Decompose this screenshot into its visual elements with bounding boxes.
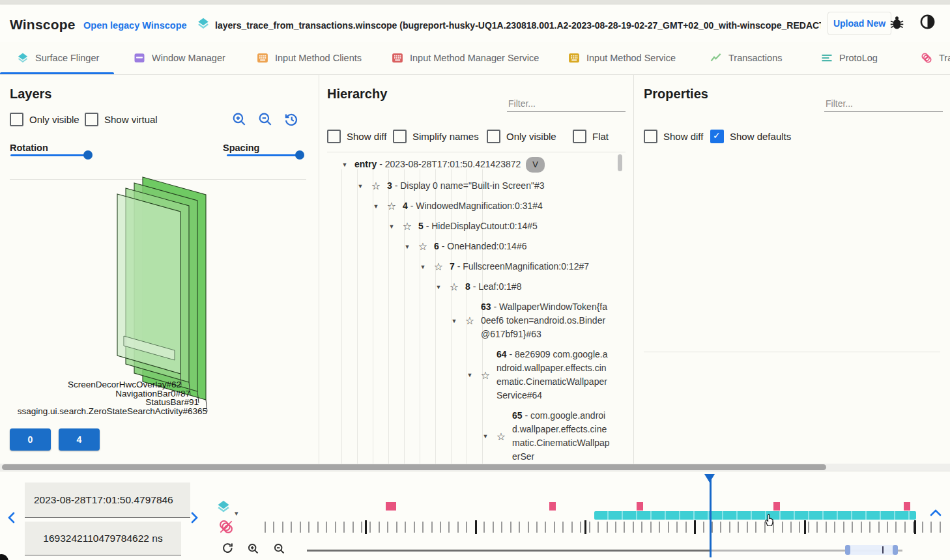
transition-marker[interactable] <box>773 502 780 511</box>
timeline-tick <box>668 522 669 533</box>
timeline-tick <box>501 522 502 533</box>
checkbox-show-diff-properties[interactable]: Show diff <box>644 130 703 143</box>
pin-star-icon[interactable]: ☆ <box>414 240 431 253</box>
pin-star-icon[interactable]: ☆ <box>477 369 494 382</box>
checkbox-only-visible-hierarchy[interactable]: Only visible <box>487 130 556 143</box>
timeline-tick <box>317 522 319 533</box>
expand-collapse-icon[interactable]: ▼ <box>338 161 352 168</box>
checkbox-show-defaults[interactable]: Show defaults <box>710 130 791 143</box>
tree-node-3[interactable]: ▼☆3 - Display 0 name="Built-in Screen"#3 <box>319 176 633 196</box>
expand-collapse-icon[interactable]: ▼ <box>384 223 399 230</box>
reset-view-icon[interactable] <box>283 111 300 128</box>
expand-collapse-icon[interactable]: ▼ <box>353 183 367 189</box>
tree-node-5[interactable]: ▼☆5 - HideDisplayCutout:0:14#5 <box>319 216 633 236</box>
expand-collapse-icon[interactable]: ▼ <box>369 203 383 210</box>
expand-collapse-icon[interactable]: ▼ <box>478 433 493 440</box>
tab-tra[interactable]: Tra <box>920 42 950 74</box>
checkbox-box[interactable] <box>393 130 407 143</box>
pin-star-icon[interactable]: ☆ <box>461 315 478 327</box>
timeline-tick <box>869 522 871 533</box>
layer-label[interactable]: StatusBar#91 <box>145 397 199 407</box>
checkbox-label: Only visible <box>29 114 79 125</box>
minimap-selection-range[interactable] <box>848 545 895 555</box>
timeline-canvas[interactable] <box>0 471 950 560</box>
pin-star-icon[interactable]: ☆ <box>446 281 463 293</box>
dark-mode-toggle-icon[interactable] <box>919 13 936 31</box>
checkbox-show-virtual[interactable]: Show virtual <box>85 113 158 126</box>
report-bug-icon[interactable] <box>889 14 905 31</box>
expand-collapse-icon[interactable]: ▼ <box>447 318 461 324</box>
timeline-tick <box>861 522 862 533</box>
transition-marker[interactable] <box>904 502 910 511</box>
tree-node-65[interactable]: ▼☆65 - com.google.android.wallpaper.effe… <box>319 406 633 464</box>
horizontal-scrollbar-track[interactable] <box>0 464 950 471</box>
tree-node-4[interactable]: ▼☆4 - WindowedMagnification:0:31#4 <box>319 196 633 216</box>
tree-node-63[interactable]: ▼☆63 - WallpaperWindowToken{fa0eef6 toke… <box>319 297 633 344</box>
checkbox-box[interactable] <box>10 113 23 126</box>
properties-filter-input[interactable] <box>824 96 943 112</box>
open-legacy-link[interactable]: Open legacy Winscope <box>83 20 187 31</box>
transition-marker[interactable] <box>386 502 396 511</box>
layer-label[interactable]: ScreenDecorHwcOverlay#62 <box>68 380 181 389</box>
collapse-timeline-icon[interactable] <box>929 508 942 518</box>
checkbox-simplify-names[interactable]: Simplify names <box>393 130 479 143</box>
rotation-slider-thumb[interactable] <box>83 150 93 160</box>
timeline-tick <box>624 522 625 533</box>
minimap-handle-left[interactable] <box>845 545 850 555</box>
zoom-in-icon[interactable] <box>231 111 248 128</box>
horizontal-scrollbar-thumb[interactable] <box>2 464 826 470</box>
zoom-out-icon[interactable] <box>257 111 274 128</box>
expand-collapse-icon[interactable]: ▼ <box>416 264 430 270</box>
tree-node-64[interactable]: ▼☆64 - 8e26909 com.google.android.wallpa… <box>319 344 633 406</box>
tab-protolog[interactable]: ProtoLog <box>820 42 878 74</box>
pin-star-icon[interactable]: ☆ <box>383 200 400 212</box>
checkbox-box[interactable] <box>85 113 98 126</box>
hierarchy-filter-input[interactable] <box>507 96 626 112</box>
expand-collapse-icon[interactable]: ▼ <box>400 244 414 250</box>
display-button-0[interactable]: 0 <box>10 428 51 451</box>
tab-label: Input Method Clients <box>275 53 362 63</box>
upload-new-button[interactable]: Upload New <box>828 12 891 35</box>
minimap-handle-right[interactable] <box>893 545 898 555</box>
tab-input-method-manager-service[interactable]: Input Method Manager Service <box>391 42 539 74</box>
hierarchy-scrollbar[interactable] <box>618 154 622 171</box>
checkbox-show-diff[interactable]: Show diff <box>327 130 386 143</box>
display-button-4[interactable]: 4 <box>59 428 100 451</box>
tab-input-method-service[interactable]: Input Method Service <box>568 42 676 74</box>
checkbox-box[interactable] <box>644 130 657 143</box>
checkbox-flat[interactable]: Flat <box>573 130 609 143</box>
pin-star-icon[interactable]: ☆ <box>493 430 510 443</box>
tab-label: Transactions <box>728 53 782 63</box>
pin-star-icon[interactable]: ☆ <box>430 260 447 273</box>
spacing-slider-thumb[interactable] <box>295 150 304 160</box>
expand-collapse-icon[interactable]: ▼ <box>463 372 477 378</box>
tree-node-6[interactable]: ▼☆6 - OneHanded:0:14#6 <box>319 236 633 257</box>
rotation-slider[interactable] <box>10 154 88 156</box>
tree-node-text: entry - 2023-08-28T17:01:50.421423872V <box>354 157 545 173</box>
checkbox-box[interactable] <box>487 130 500 143</box>
timeline-tick <box>790 522 792 533</box>
tab-transactions[interactable]: Transactions <box>710 42 782 74</box>
expand-collapse-icon[interactable]: ▼ <box>431 284 446 290</box>
minimap-track-elapsed[interactable] <box>307 550 710 552</box>
checkbox-box[interactable] <box>327 130 341 143</box>
tree-node-entry[interactable]: ▼entry - 2023-08-28T17:01:50.421423872V <box>319 154 633 176</box>
tab-input-method-clients[interactable]: Input Method Clients <box>256 42 362 74</box>
tree-node-8[interactable]: ▼☆8 - Leaf:0:1#8 <box>319 277 633 297</box>
spacing-slider[interactable] <box>227 154 300 156</box>
tree-node-7[interactable]: ▼☆7 - FullscreenMagnification:0:12#7 <box>319 257 633 277</box>
layer-label[interactable]: ssaging.ui.search.ZeroStateSearchActivit… <box>18 406 207 416</box>
pin-star-icon[interactable]: ☆ <box>399 220 416 232</box>
tab-window-manager[interactable]: Window Manager <box>133 42 225 74</box>
surface-flinger-trace-band[interactable] <box>594 511 916 520</box>
tab-surface-flinger[interactable]: Surface Flinger <box>16 42 99 74</box>
tree-node-text: 7 - FullscreenMagnification:0:12#7 <box>450 260 589 273</box>
checkbox-box[interactable] <box>710 130 724 143</box>
tree-node-id: 7 <box>450 261 455 272</box>
pin-star-icon[interactable]: ☆ <box>367 180 384 192</box>
transition-marker[interactable] <box>637 502 643 511</box>
checkbox-box[interactable] <box>573 130 586 143</box>
transition-marker[interactable] <box>549 502 556 511</box>
checkbox-only-visible[interactable]: Only visible <box>10 113 79 126</box>
timeline-cursor-line[interactable] <box>710 474 712 557</box>
